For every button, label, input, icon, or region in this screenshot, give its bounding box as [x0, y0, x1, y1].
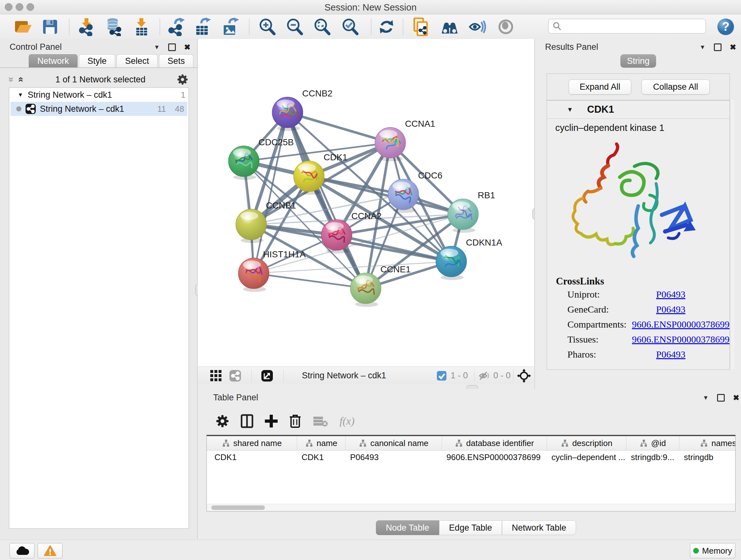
collapse-all-button[interactable]: Collapse All [642, 79, 710, 95]
node-CCNA1[interactable]: CCNA1 [375, 119, 435, 161]
import-network-button[interactable] [77, 17, 96, 36]
export-image-button[interactable] [221, 17, 239, 36]
network-options-gear-icon[interactable] [177, 74, 188, 85]
panel-close-icon[interactable]: ✖ [730, 43, 736, 52]
export-network-button[interactable] [166, 17, 185, 36]
panel-close-icon[interactable]: ✖ [733, 393, 739, 402]
protein-structure-image [566, 136, 700, 270]
panel-float-icon[interactable] [714, 44, 722, 51]
edge-CCNB2-CCNE1[interactable] [287, 112, 366, 288]
tree-expander-icon[interactable]: ▼ [17, 91, 23, 98]
zoom-out-button[interactable] [285, 17, 304, 36]
edge-HIST1H1A-CCNE1[interactable] [254, 273, 366, 288]
table-settings-gear-icon[interactable] [216, 415, 229, 428]
table-cell: 9606.ENSP00000378699 [442, 452, 547, 462]
column-header-database-identifier[interactable]: database identifier [442, 436, 547, 450]
tab-string[interactable]: String [620, 54, 656, 68]
zoom-in-button[interactable] [258, 17, 276, 36]
panel-float-icon[interactable] [168, 44, 176, 51]
table-cell: CDK1 [207, 452, 297, 462]
application-window: Session: New Session [0, 0, 741, 560]
show-columns-icon[interactable] [241, 414, 253, 428]
column-header-@id[interactable]: @id [626, 436, 679, 450]
edge-CCNA2-CDKN1A[interactable] [337, 235, 451, 261]
gray-eye-icon [497, 19, 515, 35]
tab-edge-table[interactable]: Edge Table [439, 520, 502, 535]
column-header-name[interactable]: name [297, 436, 346, 450]
crosslink-value-link[interactable]: 9606.ENSP00000378699 [632, 334, 730, 345]
tab-node-table[interactable]: Node Table [376, 520, 439, 535]
tab-network-table[interactable]: Network Table [502, 520, 576, 535]
scrollbar-thumb[interactable] [211, 505, 265, 510]
crosslink-row: GeneCard:P06493 [567, 304, 730, 315]
tab-sets[interactable]: Sets [159, 54, 193, 68]
string-share-icon-disabled[interactable] [229, 370, 241, 382]
pan-crosshair-icon[interactable] [517, 369, 531, 383]
gene-card-header[interactable]: ▼ CDK1 [547, 101, 730, 119]
delete-trash-icon[interactable] [289, 414, 301, 428]
global-search-field[interactable] [548, 19, 706, 34]
crosslink-value-link[interactable]: 9606.ENSP00000378699 [632, 319, 730, 330]
level-of-detail-button[interactable] [496, 17, 515, 36]
tab-style[interactable]: Style [79, 54, 115, 68]
zoom-selected-button[interactable] [341, 17, 359, 36]
table-row[interactable]: CDK1CDK1P064939606.ENSP00000378699cyclin… [207, 450, 735, 464]
search-input[interactable] [561, 21, 705, 32]
column-header-description[interactable]: description [547, 436, 626, 450]
refresh-button[interactable] [377, 17, 396, 36]
copy-reports-button[interactable] [412, 17, 430, 36]
crosslink-label: Tissues: [567, 334, 632, 345]
save-session-button[interactable] [41, 17, 59, 36]
hide-selected-button[interactable] [468, 17, 487, 36]
node-CCNE1[interactable]: CCNE1 [350, 264, 411, 307]
warnings-button[interactable] [38, 543, 63, 558]
node-CDKN1A[interactable]: CDKN1A [436, 238, 502, 280]
add-column-plus-icon[interactable] [265, 414, 278, 428]
node-label-CCNB1: CCNB1 [266, 200, 296, 210]
crosslink-value-link[interactable]: P06493 [656, 289, 685, 300]
table-horizontal-scrollbar[interactable] [207, 504, 735, 511]
netbar-separator [474, 369, 475, 381]
cloud-button[interactable] [10, 543, 35, 558]
collapse-all-icon[interactable]: » [6, 77, 17, 82]
table-cell: stringdb:9... [626, 452, 679, 462]
import-table-button[interactable] [132, 17, 151, 36]
birdseye-grid-icon[interactable] [210, 370, 222, 382]
column-header-namespace[interactable]: namespace [679, 436, 736, 450]
table-header-row: shared namenamecanonical namedatabase id… [207, 436, 735, 450]
open-file-button[interactable] [13, 17, 32, 36]
column-type-icon [359, 439, 367, 447]
memory-button[interactable]: Memory [690, 543, 735, 558]
gene-description: cyclin–dependent kinase 1 [547, 119, 730, 133]
column-header-canonical-name[interactable]: canonical name [346, 436, 442, 450]
column-header-shared-name[interactable]: shared name [207, 436, 297, 450]
expand-all-icon[interactable]: « [16, 77, 27, 82]
expand-all-button[interactable]: Expand All [569, 79, 631, 95]
panel-menu-icon[interactable]: ▼ [154, 44, 160, 51]
import-database-button[interactable] [104, 17, 123, 36]
node-RB1[interactable]: RB1 [448, 190, 495, 233]
panel-menu-icon[interactable]: ▼ [699, 44, 705, 51]
card-expander-icon[interactable]: ▼ [567, 106, 573, 113]
tab-network[interactable]: Network [29, 54, 77, 68]
panel-close-icon[interactable]: ✖ [184, 43, 191, 52]
crosslink-value-link[interactable]: P06493 [656, 349, 685, 360]
crosslink-value-link[interactable]: P06493 [656, 304, 685, 315]
network-tree-root-row[interactable]: ▼ String Network – cdk1 1 [9, 88, 189, 102]
results-scrollbar-track[interactable] [730, 100, 734, 369]
search-binoculars-button[interactable] [441, 17, 459, 36]
node-CCNB1[interactable]: CCNB1 [236, 200, 296, 243]
help-button[interactable]: ? [716, 17, 736, 36]
selected-nodes-checkbox-icon[interactable] [436, 371, 447, 381]
tab-select[interactable]: Select [117, 54, 158, 68]
network-tree-row-selected[interactable]: String Network – cdk1 11 48 [10, 102, 187, 116]
open-in-window-icon[interactable] [261, 370, 273, 382]
network-canvas[interactable]: CCNB2CCNA1CDC25BCDK1CDC6RB1CCNB1CCNA2CDK… [198, 39, 534, 367]
hidden-eye-icon[interactable] [479, 371, 490, 381]
panel-menu-icon[interactable]: ▼ [703, 394, 709, 401]
control-panel-controls: ▼ ✖ [154, 43, 191, 52]
zoom-fit-button[interactable] [313, 17, 331, 36]
export-table-button[interactable] [193, 17, 212, 36]
node-CCNB2[interactable]: CCNB2 [272, 88, 333, 131]
panel-float-icon[interactable] [717, 394, 725, 401]
